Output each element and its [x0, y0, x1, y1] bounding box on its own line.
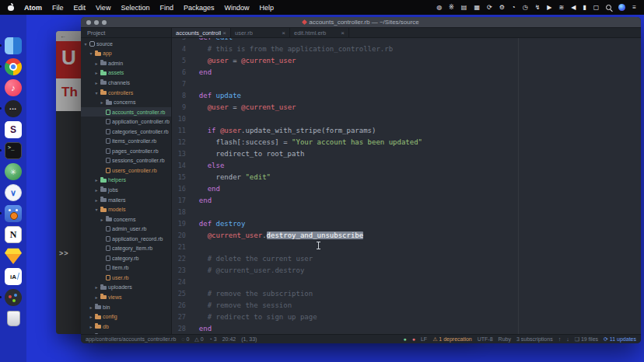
- grid-icon[interactable]: ▦: [474, 5, 480, 11]
- display-icon[interactable]: ▢: [593, 5, 600, 11]
- tree-folder-app[interactable]: ▾app: [81, 49, 171, 59]
- code-editor[interactable]: 3 def edit4 # this is from the applicati…: [172, 38, 641, 334]
- grammar[interactable]: Ruby: [499, 336, 511, 342]
- trash-dock-item[interactable]: [5, 310, 22, 327]
- bolt-icon[interactable]: ↯: [535, 5, 541, 11]
- diagnostic-warning-icon[interactable]: △ 0: [194, 336, 203, 343]
- tree-folder-bin[interactable]: ▸bin: [81, 302, 171, 312]
- subscriptions[interactable]: 3 subscriptions: [516, 336, 553, 342]
- tree-file-application_record.rb[interactable]: application_record.rb: [81, 234, 171, 244]
- tree-folder-concerns[interactable]: ▸concerns: [81, 97, 171, 107]
- volume-icon[interactable]: ◀: [571, 5, 576, 11]
- close-icon[interactable]: ×: [282, 30, 285, 37]
- tab-user.rb[interactable]: user.rb×: [231, 28, 290, 37]
- tree-file-application_controller.rb[interactable]: application_controller.rb: [81, 117, 171, 127]
- menu-packages[interactable]: Packages: [184, 4, 215, 12]
- tree-file-items_controller.rb[interactable]: items_controller.rb: [81, 136, 171, 146]
- tree-folder-source[interactable]: ▾source: [81, 39, 171, 49]
- clock-icon[interactable]: ◷: [523, 5, 528, 11]
- title-bar[interactable]: accounts_controller.rb — ~/Sites/source: [81, 17, 641, 28]
- menu-help[interactable]: Help: [259, 4, 274, 12]
- tree-file-accounts_controller.rb[interactable]: accounts_controller.rb: [81, 107, 171, 117]
- notion-dock-item[interactable]: N: [5, 226, 22, 243]
- close-icon[interactable]: ×: [341, 30, 345, 37]
- statusbar-file-path[interactable]: app/controllers/accounts_controller.rb: [86, 336, 176, 342]
- search-icon[interactable]: [606, 5, 611, 10]
- encoding[interactable]: UTF-8: [478, 336, 493, 342]
- tree-folder-controllers[interactable]: ▾controllers: [81, 88, 171, 98]
- tree-folder-jobs[interactable]: ▸jobs: [81, 185, 171, 195]
- tree-file-admin_user.rb[interactable]: admin_user.rb: [81, 224, 171, 234]
- face-dock-item[interactable]: [5, 205, 22, 222]
- minimize-button[interactable]: [94, 20, 99, 25]
- tree-file-sessions_controller.rb[interactable]: sessions_controller.rb: [81, 156, 171, 166]
- record-icon[interactable]: ●: [412, 336, 415, 342]
- cursor-position[interactable]: 20:42: [222, 336, 236, 342]
- tree-folder-config[interactable]: ▸config: [81, 312, 171, 322]
- sketch-dock-item[interactable]: [5, 247, 22, 264]
- menu-window[interactable]: Window: [224, 4, 249, 12]
- chevron-dock-item[interactable]: ∨: [5, 184, 22, 201]
- arrow-up-icon[interactable]: ↑: [558, 336, 562, 342]
- battery-icon[interactable]: ▮: [583, 5, 586, 11]
- chrome-dock-item[interactable]: [5, 58, 22, 75]
- line-ending[interactable]: LF: [421, 336, 427, 342]
- menu-view[interactable]: View: [96, 4, 110, 12]
- project-tab[interactable]: Project: [81, 28, 171, 38]
- arrow-down-icon[interactable]: ↓: [566, 336, 569, 342]
- info-icon[interactable]: ◍: [436, 5, 442, 11]
- tree-folder-assets[interactable]: ▸assets: [81, 68, 171, 78]
- knot-dock-item[interactable]: ✳: [5, 163, 22, 180]
- tree-folder-uploaders[interactable]: ▸uploaders: [81, 283, 171, 293]
- tree-file-categories_controller.rb[interactable]: categories_controller.rb: [81, 127, 171, 137]
- tree-folder-views[interactable]: ▸views: [81, 292, 171, 302]
- tree-file-user.rb[interactable]: user.rb: [81, 273, 171, 283]
- menu-file[interactable]: File: [52, 4, 64, 12]
- deprecation-warning[interactable]: ⚠ 1 deprecation: [432, 336, 472, 343]
- gear-icon[interactable]: ⚙: [499, 5, 505, 11]
- tree-file-pages_controller.rb[interactable]: pages_controller.rb: [81, 146, 171, 156]
- slack-dock-item[interactable]: S: [5, 121, 22, 138]
- tree-folder-concerns[interactable]: ▸concerns: [81, 214, 171, 225]
- terminal-dock-item[interactable]: >_: [5, 142, 22, 159]
- tree-file-category.rb[interactable]: category.rb: [81, 253, 171, 263]
- photos-icon[interactable]: ▤: [461, 5, 467, 11]
- tree-folder-admin[interactable]: ▸admin: [81, 58, 171, 68]
- close-icon[interactable]: ×: [222, 30, 226, 37]
- menu-find[interactable]: Find: [159, 4, 173, 12]
- menu-selection[interactable]: Selection: [121, 4, 149, 12]
- sync-icon[interactable]: ⟳: [487, 5, 492, 11]
- finder-dock-item[interactable]: [5, 37, 22, 54]
- close-button[interactable]: [86, 20, 91, 25]
- git-status-icon[interactable]: ●: [403, 336, 406, 342]
- tree-folder-mailers[interactable]: ▸mailers: [81, 195, 171, 205]
- tab-edit.html.erb[interactable]: edit.html.erb×: [290, 28, 349, 37]
- tree-file-users_controller.rb[interactable]: users_controller.rb: [81, 165, 171, 176]
- paw-icon[interactable]: ※: [449, 5, 454, 11]
- menu-edit[interactable]: Edit: [74, 4, 86, 12]
- tab-accounts_controller.rb[interactable]: accounts_controller.rb×: [172, 28, 231, 37]
- tree-folder-helpers[interactable]: ▸helpers: [81, 176, 171, 186]
- location-icon[interactable]: ▶: [547, 5, 551, 11]
- tree-folder-channels[interactable]: ▸channels: [81, 78, 171, 88]
- timer-icon[interactable]: ◔: [512, 5, 516, 11]
- files-count[interactable]: ❏ 19 files: [575, 336, 598, 343]
- media-dock-item[interactable]: [5, 289, 22, 306]
- tree-folder-db[interactable]: ▸db: [81, 322, 171, 332]
- tree-folder-models[interactable]: ▾models: [81, 204, 171, 214]
- diagnostic-ok-icon[interactable]: ◌ 0: [181, 336, 189, 342]
- apple-menu-icon[interactable]: [8, 4, 14, 11]
- messages-dock-item[interactable]: •••: [5, 100, 22, 117]
- updates-count[interactable]: ⟳ 11 updates: [604, 336, 636, 343]
- tree-file-item.rb[interactable]: item.rb: [81, 263, 171, 273]
- wifi-icon[interactable]: ≋: [559, 5, 565, 11]
- ia-dock-item[interactable]: iA: [5, 268, 22, 285]
- diagnostic-info-icon[interactable]: ◔ 3: [209, 336, 217, 342]
- file-icon: [106, 236, 110, 242]
- tree-file-category_item.rb[interactable]: category_item.rb: [81, 243, 171, 253]
- music-dock-item[interactable]: ♪: [5, 79, 22, 96]
- menu-atom[interactable]: Atom: [24, 4, 42, 12]
- siri-icon[interactable]: [618, 4, 625, 11]
- menu-list-icon[interactable]: ≡: [632, 5, 636, 11]
- zoom-button[interactable]: [102, 20, 107, 25]
